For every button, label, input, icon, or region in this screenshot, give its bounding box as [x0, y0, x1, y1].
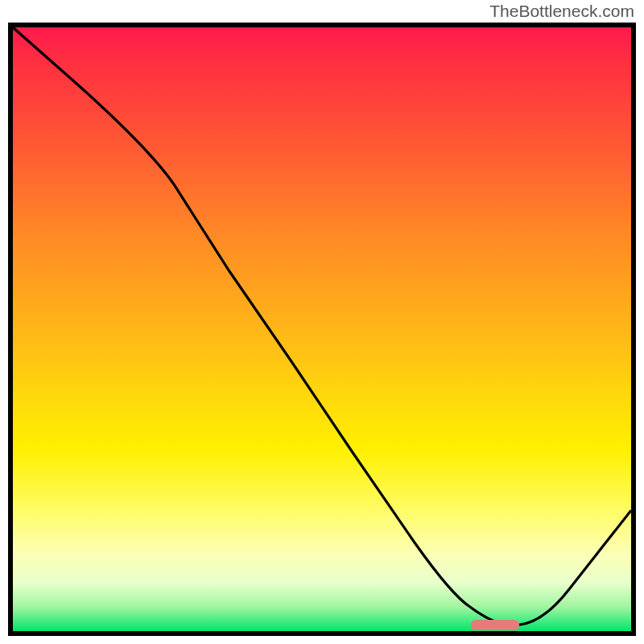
watermark-text: TheBottleneck.com: [489, 2, 634, 21]
chart-line: [13, 27, 631, 625]
plot-area: [8, 23, 636, 636]
line-chart-svg: [13, 27, 631, 631]
chart-container: TheBottleneck.com: [0, 0, 644, 644]
marker-icon: [471, 620, 519, 630]
